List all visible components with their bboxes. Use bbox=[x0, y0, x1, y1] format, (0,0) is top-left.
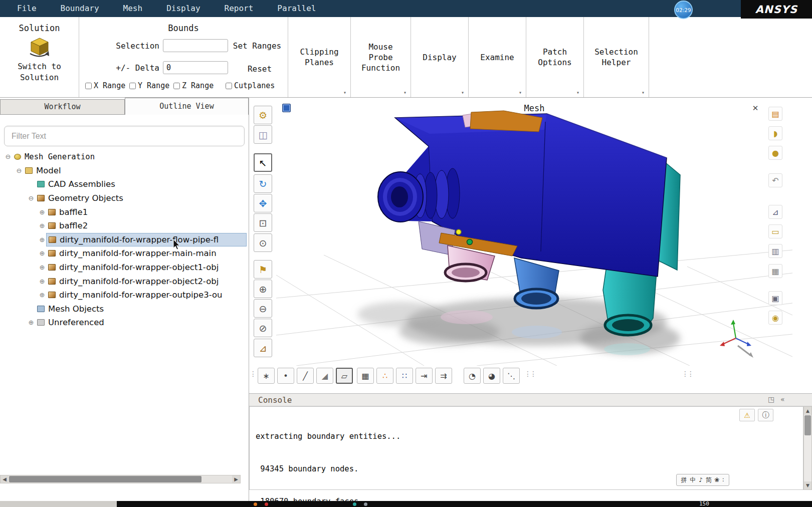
multi-sphere-icon[interactable]: ◕ bbox=[483, 368, 500, 384]
display-points-vectors-icon[interactable]: ∗ bbox=[258, 368, 275, 384]
dropdown-caret-icon[interactable]: ▾ bbox=[576, 90, 579, 95]
dropdown-caret-icon[interactable]: ▾ bbox=[642, 90, 645, 95]
y-range-checkbox[interactable]: Y Range bbox=[129, 81, 169, 90]
3d-model-canvas[interactable] bbox=[276, 99, 792, 366]
zoom-box-icon[interactable]: ⊡ bbox=[254, 213, 272, 232]
plot-axes-icon[interactable]: ⊿ bbox=[768, 205, 782, 219]
cutplanes-checkbox[interactable]: Cutplanes bbox=[226, 81, 275, 90]
filter-input[interactable] bbox=[4, 126, 245, 146]
expand-icon[interactable]: ⊕ bbox=[38, 208, 46, 216]
cutplanes-box[interactable] bbox=[226, 83, 232, 89]
dropdown-caret-icon[interactable]: ▾ bbox=[461, 90, 464, 95]
y-range-box[interactable] bbox=[129, 83, 136, 89]
expand-icon[interactable]: ⊕ bbox=[27, 319, 35, 326]
scroll-up-icon[interactable]: ▲ bbox=[804, 407, 811, 415]
z-range-checkbox[interactable]: Z Range bbox=[173, 81, 214, 90]
examine-button[interactable]: Examine ▾ bbox=[469, 17, 526, 97]
zoom-out-icon[interactable]: ⊖ bbox=[254, 299, 272, 318]
menu-file[interactable]: File bbox=[5, 0, 49, 17]
expand-icon[interactable]: ⊕ bbox=[38, 236, 46, 243]
scrollbar-thumb[interactable] bbox=[804, 415, 811, 435]
expand-icon[interactable]: ⊕ bbox=[38, 264, 46, 271]
switch-to-solution-button[interactable]: Switch to Solution bbox=[0, 37, 79, 83]
expand-icon[interactable]: ⊕ bbox=[38, 222, 46, 229]
dropdown-caret-icon[interactable]: ▾ bbox=[403, 90, 407, 95]
clipping-planes-button[interactable]: Clipping Planes ▾ bbox=[288, 17, 351, 97]
tree-item-outpipe3[interactable]: ⊕ dirty_manifold-for-wrapper-outpipe3-ou bbox=[0, 288, 249, 302]
tree-item-mesh-generation[interactable]: ⊖ Mesh Generation bbox=[0, 150, 249, 164]
tree-item-main-main[interactable]: ⊕ dirty_manifold-for-wrapper-main-main bbox=[0, 246, 249, 261]
refresh-view-icon[interactable]: ↻ bbox=[254, 174, 272, 193]
tree-item-cad-assemblies[interactable]: CAD Assemblies bbox=[0, 177, 249, 191]
zoom-in-icon[interactable]: ⊕ bbox=[254, 280, 272, 298]
menu-display[interactable]: Display bbox=[154, 0, 212, 17]
collapse-icon[interactable]: ⊖ bbox=[4, 153, 12, 160]
collapse-icon[interactable]: ⊖ bbox=[27, 194, 35, 202]
scroll-left-icon[interactable]: ◀ bbox=[1, 475, 9, 483]
tab-workflow[interactable]: Workflow bbox=[0, 99, 125, 115]
window-tool-icon[interactable]: ▣ bbox=[768, 291, 782, 305]
tree-item-geometry-objects[interactable]: ⊖ Geometry Objects bbox=[0, 191, 249, 205]
reset-button[interactable]: Reset bbox=[240, 64, 280, 74]
sphere-display-icon[interactable]: ◔ bbox=[464, 368, 481, 384]
timer-badge[interactable]: 02:29 bbox=[674, 1, 693, 19]
expand-icon[interactable]: ⊕ bbox=[38, 278, 46, 285]
probe-icon[interactable]: ⊙ bbox=[254, 233, 272, 252]
select-pointer-icon[interactable]: ↖ bbox=[254, 153, 272, 172]
x-range-box[interactable] bbox=[85, 83, 92, 89]
tree-item-object2[interactable]: ⊕ dirty_manifold-for-wrapper-object2-obj bbox=[0, 274, 249, 288]
layout-views-icon[interactable]: ◫ bbox=[254, 125, 272, 144]
slider-tool-icon[interactable]: ▭ bbox=[768, 224, 782, 238]
cells-icon[interactable]: ▦ bbox=[357, 368, 374, 384]
tree-item-flow-pipe[interactable]: ⊕ dirty_manifold-for-wrapper-flow-pipe-f… bbox=[0, 233, 249, 247]
tab-outline-view[interactable]: Outline View bbox=[125, 98, 249, 115]
report-doc-icon[interactable]: ▥ bbox=[768, 244, 782, 258]
tree-item-baffle2[interactable]: ⊕ baffle2 bbox=[0, 219, 249, 233]
horizontal-scrollbar[interactable]: ◀ ▶ bbox=[0, 475, 241, 483]
display-button[interactable]: Display ▾ bbox=[411, 17, 469, 97]
selection-helper-button[interactable]: Selection Helper ▾ bbox=[584, 17, 649, 97]
layers-icon[interactable]: ▦ bbox=[768, 264, 782, 278]
tree-item-model[interactable]: ⊖ Model bbox=[0, 164, 249, 178]
measure-tool-icon[interactable]: ⊿ bbox=[254, 339, 272, 357]
edges-icon[interactable]: ╱ bbox=[297, 368, 314, 384]
sphere-tool-icon[interactable]: ● bbox=[768, 146, 782, 160]
interface-zones-icon[interactable]: ⇥ bbox=[416, 368, 433, 384]
expand-icon[interactable]: ⊕ bbox=[38, 291, 46, 299]
expand-icon[interactable]: ⊕ bbox=[38, 249, 46, 257]
ime-toolbar[interactable]: 拼 中 ♪ 简 ❀ ∶ bbox=[676, 474, 729, 486]
x-range-checkbox[interactable]: X Range bbox=[85, 81, 125, 90]
pan-view-icon[interactable]: ✥ bbox=[254, 194, 272, 212]
tree-item-unreferenced[interactable]: ⊕ Unreferenced bbox=[0, 316, 249, 330]
tree-item-object1[interactable]: ⊕ dirty_manifold-for-wrapper-object1-obj bbox=[0, 261, 249, 275]
object-handle-icon[interactable]: ◗ bbox=[768, 126, 782, 140]
flag-select-icon[interactable]: ⚑ bbox=[254, 260, 272, 279]
scrollbar-thumb[interactable] bbox=[9, 476, 201, 482]
menu-parallel[interactable]: Parallel bbox=[265, 0, 328, 17]
nodes-icon[interactable]: • bbox=[277, 368, 294, 384]
patch-options-button[interactable]: Patch Options ▾ bbox=[526, 17, 584, 97]
partitions-icon[interactable]: ∷ bbox=[396, 368, 413, 384]
display-settings-icon[interactable]: ⚙ bbox=[254, 106, 272, 124]
tree-item-mesh-objects[interactable]: Mesh Objects bbox=[0, 302, 249, 316]
scroll-down-icon[interactable]: ▼ bbox=[804, 481, 811, 489]
dropdown-caret-icon[interactable]: ▾ bbox=[343, 90, 346, 95]
facets-icon[interactable]: ▱ bbox=[336, 368, 353, 384]
graphics-window[interactable]: Mesh ✕ bbox=[276, 99, 792, 366]
console-dock-icon[interactable]: ◳ bbox=[768, 395, 774, 403]
selection-input[interactable] bbox=[163, 39, 228, 52]
snapshot-icon[interactable]: ◉ bbox=[768, 311, 782, 325]
menu-boundary[interactable]: Boundary bbox=[49, 0, 111, 17]
close-icon[interactable]: ✕ bbox=[750, 103, 760, 113]
menu-mesh[interactable]: Mesh bbox=[111, 0, 155, 17]
console-scrollbar[interactable]: ▲ ▼ bbox=[803, 406, 812, 490]
overset-icon[interactable]: ⇉ bbox=[435, 368, 452, 384]
z-range-box[interactable] bbox=[173, 83, 180, 89]
warning-icon[interactable]: ⚠ bbox=[739, 409, 755, 421]
console-collapse-icon[interactable]: « bbox=[780, 395, 785, 403]
set-ranges-button[interactable]: Set Ranges bbox=[230, 41, 285, 51]
collapse-icon[interactable]: ⊖ bbox=[15, 167, 23, 174]
toolbar-drag-handle[interactable]: ⋮⋮ bbox=[524, 370, 535, 378]
toolbar-drag-handle[interactable]: ⋮⋮ bbox=[682, 370, 693, 378]
particles-icon[interactable]: ∴ bbox=[376, 368, 393, 384]
